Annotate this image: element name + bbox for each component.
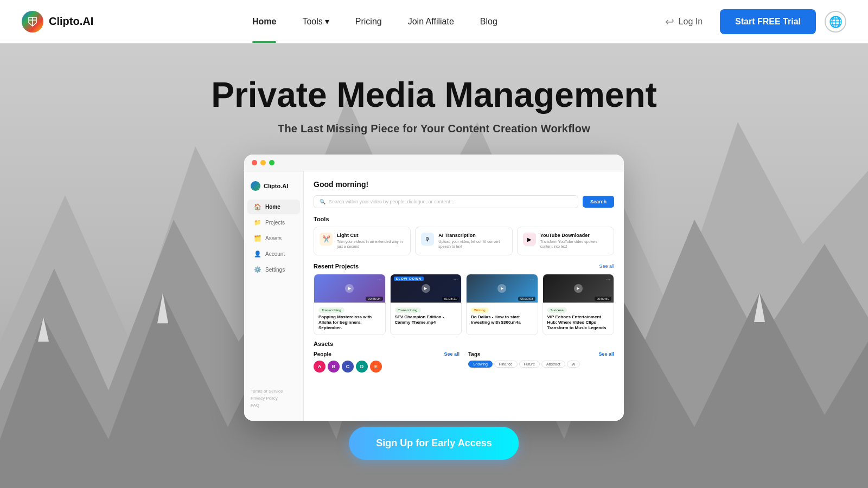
downloader-icon: ▶ (523, 233, 536, 246)
assets-people: People See all A B C D E (314, 351, 459, 373)
tags-header: Tags See all (468, 351, 614, 357)
tool-name-transcription: AI Transcription (438, 233, 506, 238)
project-menu-2[interactable]: ··· (454, 277, 458, 282)
nav-tools[interactable]: Tools ▾ (291, 12, 340, 31)
logo-text: Clipto.AI (49, 15, 93, 28)
person-avatar-3[interactable]: C (342, 361, 354, 373)
hero-section: Private Media Management The Last Missin… (0, 0, 868, 488)
sidebar-footer: Terms of Service Privacy Policy FAQ (244, 384, 303, 413)
assets-subsections: People See all A B C D E Tag (314, 351, 614, 373)
sidebar-item-home[interactable]: 🏠 Home (247, 200, 300, 214)
project-thumb-3: ▶ 00:30:08 (467, 274, 538, 303)
search-input-wrapper[interactable]: 🔍 Search within your video by people, di… (314, 195, 578, 208)
search-placeholder: Search within your video by people, dial… (329, 199, 454, 204)
cta-early-access-button[interactable]: Sign Up for Early Access (349, 427, 519, 460)
project-thumb-2: SLOW DOWN ▶ 01:28:31 (391, 274, 462, 303)
nav-join-affiliate[interactable]: Join Affiliate (397, 12, 465, 31)
tool-card-transcription[interactable]: 🎙 AI Transcription Upload your video, le… (415, 227, 512, 255)
language-globe-icon[interactable]: 🌐 (825, 11, 846, 33)
nav-home[interactable]: Home (241, 12, 287, 31)
tool-card-lightcut[interactable]: ✂️ Light Cut Trim your videos in an exte… (314, 227, 411, 255)
projects-grid: ▶ 00:55:34 ··· Transcribing Popping Mast… (314, 274, 614, 335)
project-name-4: VIP Echoes Entertainment Hub: Where Vide… (547, 314, 610, 331)
minimize-dot (260, 160, 266, 165)
close-dot (252, 160, 257, 165)
project-thumb-4: ▶ 00:09:59 (543, 274, 614, 303)
project-card-3[interactable]: ▶ 00:30:08 ··· Writing Bo Dallas - How t… (466, 274, 538, 335)
hero-subtitle: The Last Missing Piece for Your Content … (278, 123, 590, 135)
tool-desc-lightcut: Trim your videos in an extended way in j… (337, 239, 405, 249)
assets-tags: Tags See all Snowing Finance Future Abst… (468, 351, 614, 373)
hero-title: Private Media Management (211, 76, 657, 114)
sidebar-item-settings[interactable]: ⚙️ Settings (247, 262, 300, 277)
project-badge-4: Success (547, 307, 567, 313)
svg-marker-7 (157, 293, 168, 323)
sidebar-logo: Clipto.AI (244, 179, 303, 198)
projects-icon: 📁 (254, 219, 261, 226)
tag-future[interactable]: Future (519, 361, 540, 368)
logo[interactable]: Clipto.AI (22, 11, 93, 33)
project-name-2: SFV Champion Edition - Cammy Theme.mp4 (395, 314, 457, 326)
project-duration-2: 01:28:31 (442, 297, 459, 301)
nav-actions: ↩ Log In Start FREE Trial 🌐 (656, 9, 846, 34)
settings-icon: ⚙️ (254, 266, 261, 273)
project-badge-2: Transcribing (395, 307, 421, 313)
navbar: Clipto.AI Home Tools ▾ Pricing Join Affi… (0, 0, 868, 43)
tag-finance[interactable]: Finance (494, 361, 518, 368)
transcription-icon: 🎙 (421, 233, 434, 246)
app-mockup: Clipto.AI 🏠 Home 📁 Projects 🗂️ Assets 👤 … (244, 155, 624, 421)
mockup-greeting: Good morning! (314, 180, 614, 189)
play-icon-4: ▶ (574, 284, 583, 293)
project-menu-1[interactable]: ··· (377, 277, 381, 282)
person-avatar-2[interactable]: B (328, 361, 340, 373)
sidebar-item-account[interactable]: 👤 Account (247, 247, 300, 261)
tool-name-downloader: YouTube Downloader (540, 233, 608, 238)
nav-pricing[interactable]: Pricing (344, 12, 393, 31)
login-button[interactable]: ↩ Log In (656, 11, 711, 33)
person-avatar-5[interactable]: E (370, 361, 382, 373)
account-icon: 👤 (254, 251, 261, 258)
slow-down-label: SLOW DOWN (394, 277, 424, 281)
project-duration-3: 00:30:08 (518, 297, 535, 301)
play-icon-3: ▶ (497, 284, 506, 293)
login-icon: ↩ (665, 15, 674, 28)
project-menu-3[interactable]: ··· (529, 277, 534, 282)
project-card-2[interactable]: SLOW DOWN ▶ 01:28:31 ··· Transcribing SF… (390, 274, 462, 335)
assets-icon: 🗂️ (254, 235, 261, 242)
tool-name-lightcut: Light Cut (337, 233, 405, 238)
tool-card-downloader[interactable]: ▶ YouTube Downloader Transform YouTube v… (517, 227, 614, 255)
person-avatar-4[interactable]: D (356, 361, 368, 373)
sidebar-item-projects[interactable]: 📁 Projects (247, 215, 300, 230)
tags-list: Snowing Finance Future Abstract W (468, 361, 614, 368)
see-all-people[interactable]: See all (444, 351, 459, 357)
project-info-3: Writing Bo Dallas - How to start investi… (467, 303, 538, 329)
tools-grid: ✂️ Light Cut Trim your videos in an exte… (314, 227, 614, 255)
tool-desc-transcription: Upload your video, let our AI convert sp… (438, 239, 506, 249)
assets-section-title: Assets (314, 341, 614, 347)
tools-section-title: Tools (314, 216, 614, 222)
see-all-projects[interactable]: See all (599, 264, 614, 269)
project-card-1[interactable]: ▶ 00:55:34 ··· Transcribing Popping Mast… (314, 274, 386, 335)
project-thumb-1: ▶ 00:55:34 (314, 274, 385, 303)
tag-w[interactable]: W (567, 361, 580, 368)
nav-links: Home Tools ▾ Pricing Join Affiliate Blog (241, 12, 508, 31)
maximize-dot (269, 160, 275, 165)
tag-abstract[interactable]: Abstract (541, 361, 565, 368)
mockup-main: Good morning! 🔍 Search within your video… (304, 171, 624, 421)
project-info-4: Success VIP Echoes Entertainment Hub: Wh… (543, 303, 614, 335)
recent-projects-header: Resent Projects See all (314, 263, 614, 269)
see-all-tags[interactable]: See all (598, 351, 614, 357)
mockup-sidebar: Clipto.AI 🏠 Home 📁 Projects 🗂️ Assets 👤 … (244, 171, 304, 421)
search-button[interactable]: Search (583, 196, 614, 208)
home-icon: 🏠 (254, 203, 261, 210)
tag-snowing[interactable]: Snowing (468, 361, 493, 368)
project-card-4[interactable]: ▶ 00:09:59 ··· Success VIP Echoes Entert… (542, 274, 615, 335)
play-icon-2: ▶ (422, 284, 430, 293)
sidebar-logo-icon (251, 181, 260, 191)
sidebar-item-assets[interactable]: 🗂️ Assets (247, 231, 300, 246)
project-menu-4[interactable]: ··· (606, 277, 610, 282)
trial-button[interactable]: Start FREE Trial (720, 9, 816, 34)
nav-blog[interactable]: Blog (469, 12, 508, 31)
dropdown-arrow-icon: ▾ (325, 16, 329, 27)
person-avatar-1[interactable]: A (314, 361, 326, 373)
